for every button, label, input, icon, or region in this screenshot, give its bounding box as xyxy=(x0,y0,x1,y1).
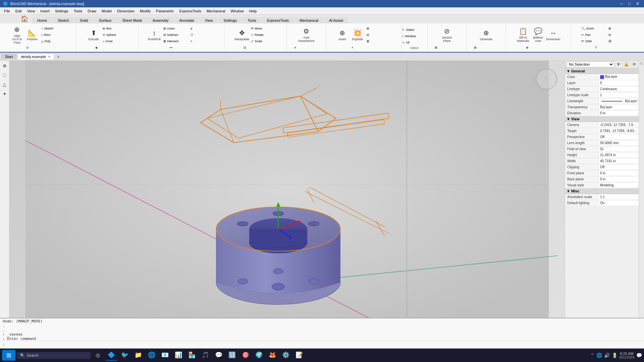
menu-tools[interactable]: Tools xyxy=(71,8,85,14)
model-sm-5[interactable]: ◷ xyxy=(94,51,121,52)
sidebar-icon-ucs[interactable]: ⊕ xyxy=(1,62,8,69)
menu-dimension[interactable]: Dimension xyxy=(114,8,137,14)
minimize-button[interactable]: ─ xyxy=(618,1,625,7)
view-section-header[interactable]: ▼ View xyxy=(565,116,639,122)
tab-assembly[interactable]: Assembly xyxy=(148,17,174,23)
tray-notification[interactable]: 💬 xyxy=(636,353,642,358)
mod-4[interactable]: ⊡ xyxy=(242,45,269,51)
misc-section-header[interactable]: ▼ Misc xyxy=(565,188,639,194)
se-2[interactable]: ⊟Subtract xyxy=(162,32,189,38)
backplane-value[interactable]: 0 in xyxy=(599,177,639,182)
sel-2[interactable]: □Window xyxy=(401,33,428,39)
tab-settings[interactable]: Settings xyxy=(218,17,242,23)
tab-view[interactable]: View xyxy=(200,17,218,23)
height-value[interactable]: 21.4974 in xyxy=(599,153,639,158)
annotationscale-value[interactable]: 1:1 xyxy=(599,194,639,199)
tab-sketch[interactable]: Sketch xyxy=(53,17,74,23)
visualstyle-value[interactable]: Modeling xyxy=(599,183,639,188)
sketch-small-1[interactable]: ○Sketch xyxy=(40,25,67,32)
menu-help[interactable]: Help xyxy=(247,8,260,14)
se-8[interactable]: ⊷ xyxy=(168,51,195,52)
tab-annotate[interactable]: Annotate xyxy=(174,17,199,23)
taskbar-app-settings[interactable]: ⚙️ xyxy=(280,350,292,361)
se-4[interactable]: ⌀ xyxy=(189,25,216,32)
tab-expresstools[interactable]: ExpressTools xyxy=(262,17,294,23)
maximize-button[interactable]: □ xyxy=(626,1,633,7)
taskbar-app-bricscad[interactable]: 🔷 xyxy=(105,350,117,361)
asm-3[interactable]: ⊠ xyxy=(365,38,392,44)
par-1[interactable]: ≡ xyxy=(293,45,320,51)
taskbar-app-chrome[interactable]: 🌍 xyxy=(253,350,265,361)
layer-value[interactable]: 5 xyxy=(599,80,639,85)
linetypescale-value[interactable]: 1 xyxy=(599,93,639,98)
se-7[interactable]: ⊶ xyxy=(168,45,195,51)
asm-2[interactable]: ⊟ xyxy=(365,32,392,38)
menu-expresstools[interactable]: ExpressTools xyxy=(177,8,204,14)
nav-8[interactable]: L xyxy=(594,51,621,52)
properties-eye-btn[interactable]: 👁 xyxy=(631,62,637,67)
taskbar-app-firefox[interactable]: 🦊 xyxy=(266,350,278,361)
taskbar-app-explorer[interactable]: 📁 xyxy=(132,350,144,361)
sel-3[interactable]: ⊹All xyxy=(401,40,428,46)
push-pull-button[interactable]: ↕ Push/Pull xyxy=(147,25,162,44)
width-value[interactable]: 45.7191 in xyxy=(599,159,639,164)
balloon-button[interactable]: 💬 Balloon Auto xyxy=(531,25,545,44)
ann-2[interactable]: ⊟ xyxy=(525,51,551,52)
tab-solid[interactable]: Solid xyxy=(75,17,93,23)
menu-model[interactable]: Model xyxy=(99,8,114,14)
taskbar-app-calc[interactable]: 🔢 xyxy=(226,350,238,361)
extrude-button[interactable]: ⬆ Extrude xyxy=(86,25,101,44)
home-icon[interactable]: 🏠 xyxy=(21,15,28,22)
nav-2[interactable]: ↩Pan xyxy=(580,32,607,38)
nav-1[interactable]: 🔍Zoom xyxy=(580,25,607,32)
auto-parametrize-button[interactable]: ⚙ Auto Parametrize xyxy=(299,25,314,44)
taskbar-search[interactable]: 🔍 Search xyxy=(17,352,91,359)
insert-button[interactable]: ⊕ Insert xyxy=(335,25,350,44)
taskbar-app-store[interactable]: 🏪 xyxy=(186,350,198,361)
menu-draw[interactable]: Draw xyxy=(85,8,99,14)
linetype-value[interactable]: Continuous xyxy=(599,86,639,92)
nav-4[interactable]: ⊞ xyxy=(607,25,634,32)
taskbar-app-notes[interactable]: 📝 xyxy=(293,350,305,361)
camera-value[interactable]: -0.2419, 12.7359, -7.8393 xyxy=(599,122,639,127)
taskbar-app-mail[interactable]: 📧 xyxy=(159,350,171,361)
mod-5[interactable]: ⊞ xyxy=(242,51,269,52)
sidebar-icon-layers[interactable]: ✦ xyxy=(1,90,8,98)
tab-sheetmetal[interactable]: Sheet Metal xyxy=(117,17,147,23)
model-sm-2[interactable]: ⊙Sphere xyxy=(101,32,128,38)
ann-1[interactable]: ⊕ xyxy=(525,45,551,51)
tab-tools[interactable]: Tools xyxy=(243,17,261,23)
menu-insert[interactable]: Insert xyxy=(38,8,52,14)
sec-1[interactable]: ⊞ xyxy=(433,45,460,51)
sel-1[interactable]: ↖Select xyxy=(401,27,428,33)
dv-1[interactable]: ⊞ xyxy=(473,45,499,51)
command-input[interactable] xyxy=(6,342,643,347)
mod-3[interactable]: ⤢Scale xyxy=(250,38,276,44)
section-plane-button[interactable]: ⊘ Section Plane xyxy=(439,25,454,44)
align-ucs-button[interactable]: ⊕ Align UCS to Face xyxy=(10,25,24,44)
tray-chevron[interactable]: ⌃ xyxy=(590,353,594,358)
bom-button[interactable]: 📋 Bill of Materials xyxy=(516,25,530,44)
taskbar-app-excel[interactable]: 📊 xyxy=(172,350,184,361)
doc-tab-close[interactable]: ✕ xyxy=(48,55,51,59)
tray-network[interactable]: 🌐 xyxy=(596,353,602,358)
manipulate-button[interactable]: ✥ Manipulate xyxy=(234,25,249,44)
nav-6[interactable]: Ⓜ xyxy=(607,38,634,44)
taskbar-app-teams[interactable]: 💬 xyxy=(213,350,225,361)
menu-edit[interactable]: Edit xyxy=(13,8,24,14)
color-value[interactable]: ByLayer xyxy=(599,74,639,79)
clipping-value[interactable]: Off xyxy=(599,165,639,170)
par-2[interactable]: ⊥ xyxy=(293,51,320,52)
selection-dropdown[interactable]: No Selection xyxy=(567,61,614,67)
generate-button[interactable]: ⊕ Generate xyxy=(479,25,493,44)
model-sm-3[interactable]: ⌂Cone xyxy=(101,38,128,44)
lenslength-value[interactable]: 50.0000 mm xyxy=(599,140,639,145)
doc-tab-delobj[interactable]: delobj-example ✕ xyxy=(17,54,54,59)
taskbar-app-spotify[interactable]: 🎯 xyxy=(239,350,252,361)
doc-tab-add[interactable]: + xyxy=(55,53,62,60)
sketch-small-4[interactable]: ⊙ xyxy=(25,45,52,51)
se-6[interactable]: ⌗ xyxy=(189,38,216,44)
sidebar-icon-view[interactable]: △ xyxy=(1,81,8,88)
frontplane-value[interactable]: 0 in xyxy=(599,171,639,176)
menu-parametric[interactable]: Parametric xyxy=(153,8,176,14)
